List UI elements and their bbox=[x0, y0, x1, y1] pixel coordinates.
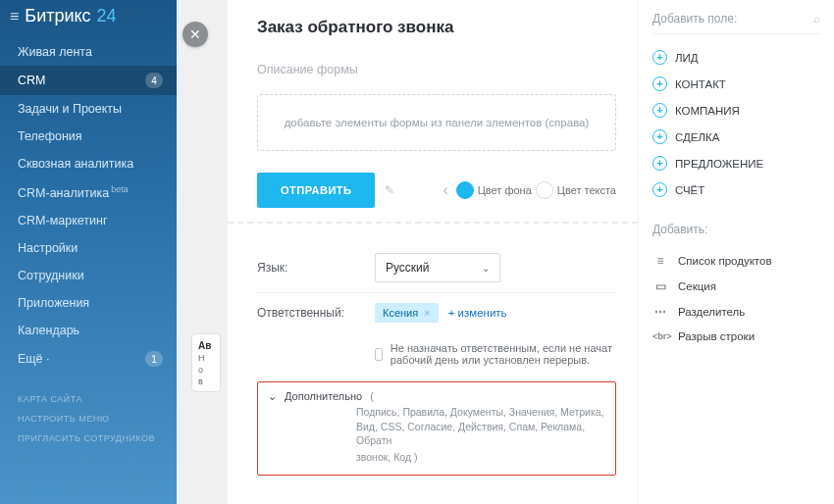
nav-item-analytics[interactable]: Сквозная аналитика bbox=[0, 150, 177, 177]
brand-name: Битрикс bbox=[25, 6, 90, 26]
checkbox-no-assign[interactable] bbox=[375, 348, 383, 361]
setting-responsible: Ответственный: Ксения × + изменить bbox=[257, 293, 616, 332]
brand-suffix: 24 bbox=[97, 6, 117, 26]
nav-item-tasks[interactable]: Задачи и Проекты bbox=[0, 95, 177, 123]
add-linebreak[interactable]: <br>Разрыв строки bbox=[652, 325, 820, 348]
chevron-down-icon: ⌄ bbox=[268, 390, 277, 403]
checkbox-label: Не назначать ответственным, если не нача… bbox=[391, 342, 616, 366]
nav-item-apps[interactable]: Приложения bbox=[0, 289, 177, 317]
br-icon: <br> bbox=[652, 331, 668, 341]
pencil-icon[interactable]: ✎ bbox=[385, 183, 394, 197]
badge: 1 bbox=[145, 351, 163, 367]
form-title[interactable]: Заказ обратного звонка bbox=[257, 18, 616, 37]
nav-item-calendar[interactable]: Календарь bbox=[0, 317, 177, 344]
link-invite[interactable]: ПРИГЛАСИТЬ СОТРУДНИКОВ bbox=[18, 428, 177, 448]
plus-icon: + bbox=[652, 182, 667, 197]
secondary-links: КАРТА САЙТА НАСТРОИТЬ МЕНЮ ПРИГЛАСИТЬ СО… bbox=[0, 379, 177, 448]
nav-item-telephony[interactable]: Телефония bbox=[0, 123, 177, 150]
nav-item-more[interactable]: Ещё · 1 bbox=[0, 344, 177, 374]
form-editor-panel: Заказ обратного звонка Описание формы до… bbox=[228, 0, 834, 504]
field-offer[interactable]: +ПРЕДЛОЖЕНИЕ bbox=[652, 150, 820, 176]
text-color-swatch[interactable] bbox=[536, 181, 553, 199]
nav-item-crm-marketing[interactable]: CRM-маркетинг bbox=[0, 207, 177, 234]
plus-icon: + bbox=[652, 156, 667, 171]
add-section[interactable]: ▭Секция bbox=[652, 274, 820, 299]
bg-color-swatch[interactable] bbox=[456, 181, 474, 199]
element-list: ≡Список продуктов ▭Секция ⋯Разделитель <… bbox=[652, 242, 820, 348]
form-dropzone[interactable]: добавьте элементы формы из панели элемен… bbox=[257, 94, 616, 151]
add-field-label: Добавить поле: bbox=[652, 12, 737, 25]
field-lead[interactable]: +ЛИД bbox=[652, 44, 820, 71]
submit-button[interactable]: ОТПРАВИТЬ bbox=[257, 173, 375, 208]
add-divider[interactable]: ⋯Разделитель bbox=[652, 299, 820, 325]
sidebar: ≡ Битрикс 24 Живая лента CRM 4 Задачи и … bbox=[0, 0, 177, 504]
field-company[interactable]: +КОМПАНИЯ bbox=[652, 97, 820, 124]
hamburger-icon[interactable]: ≡ bbox=[10, 8, 19, 25]
language-value: Русский bbox=[386, 261, 430, 275]
main-column: Заказ обратного звонка Описание формы до… bbox=[228, 0, 638, 504]
brand[interactable]: ≡ Битрикс 24 bbox=[0, 0, 177, 32]
side-column: Добавить поле: ⌕ +ЛИД +КОНТАКТ +КОМПАНИЯ… bbox=[638, 0, 834, 504]
additional-sub2: звонок, Код ) bbox=[268, 450, 605, 465]
link-configure-menu[interactable]: НАСТРОИТЬ МЕНЮ bbox=[18, 409, 177, 428]
add-element-label: Добавить: bbox=[652, 217, 820, 242]
nav-item-crm[interactable]: CRM 4 bbox=[0, 66, 177, 95]
field-invoice[interactable]: +СЧЁТ bbox=[652, 176, 820, 203]
background-card: Ав Н о в bbox=[191, 333, 221, 392]
nav-item-settings[interactable]: Настройки bbox=[0, 234, 177, 262]
responsible-chip[interactable]: Ксения × bbox=[375, 303, 439, 323]
form-description[interactable]: Описание формы bbox=[257, 63, 616, 76]
bg-color-label: Цвет фона bbox=[478, 184, 532, 196]
additional-block[interactable]: ⌄ Дополнительно ( Подпись, Правила, Доку… bbox=[257, 381, 616, 476]
plus-icon: + bbox=[652, 129, 667, 144]
add-product-list[interactable]: ≡Список продуктов bbox=[652, 248, 820, 274]
chevron-down-icon: ⌄ bbox=[482, 263, 490, 274]
plus-icon: + bbox=[652, 50, 667, 65]
settings-block: Язык: Русский ⌄ Ответственный: Ксения × … bbox=[257, 224, 616, 476]
change-responsible-link[interactable]: + изменить bbox=[448, 307, 507, 319]
close-icon: ✕ bbox=[189, 26, 201, 42]
nav-item-crm-analytics[interactable]: CRM-аналитикаbeta bbox=[0, 177, 177, 207]
nav-item-employees[interactable]: Сотрудники bbox=[0, 262, 177, 289]
field-type-list: +ЛИД +КОНТАКТ +КОМПАНИЯ +СДЕЛКА +ПРЕДЛОЖ… bbox=[652, 34, 820, 217]
section-icon: ▭ bbox=[652, 279, 668, 293]
plus-icon: + bbox=[652, 103, 667, 118]
nav-item-feed[interactable]: Живая лента bbox=[0, 38, 177, 66]
badge: 4 bbox=[145, 73, 163, 88]
setting-language: Язык: Русский ⌄ bbox=[257, 243, 616, 293]
language-label: Язык: bbox=[257, 261, 375, 275]
add-field-search[interactable]: Добавить поле: ⌕ bbox=[652, 12, 820, 34]
caret-left-icon: ‹ bbox=[443, 181, 447, 199]
close-button[interactable]: ✕ bbox=[182, 22, 208, 47]
actions-row: ОТПРАВИТЬ ✎ ‹ Цвет фона Цвет текста bbox=[257, 173, 616, 208]
plus-icon: + bbox=[652, 76, 667, 91]
divider-icon: ⋯ bbox=[652, 305, 668, 319]
paren: ( bbox=[370, 390, 374, 402]
additional-sub: Подпись, Правила, Документы, Значения, М… bbox=[268, 405, 605, 448]
overlay-dim bbox=[177, 0, 235, 504]
checkbox-row: Не назначать ответственным, если не нача… bbox=[257, 332, 616, 381]
responsible-label: Ответственный: bbox=[257, 306, 375, 320]
chip-remove-icon[interactable]: × bbox=[424, 307, 430, 319]
search-icon: ⌕ bbox=[813, 12, 820, 25]
field-contact[interactable]: +КОНТАКТ bbox=[652, 71, 820, 97]
text-color-label: Цвет текста bbox=[557, 184, 616, 196]
list-icon: ≡ bbox=[652, 254, 668, 268]
link-sitemap[interactable]: КАРТА САЙТА bbox=[18, 389, 177, 409]
language-select[interactable]: Русский ⌄ bbox=[375, 253, 500, 282]
color-picker-group: ‹ Цвет фона Цвет текста bbox=[443, 181, 616, 199]
nav-list: Живая лента CRM 4 Задачи и Проекты Телеф… bbox=[0, 32, 177, 379]
field-deal[interactable]: +СДЕЛКА bbox=[652, 124, 820, 150]
additional-title: Дополнительно bbox=[285, 390, 362, 402]
